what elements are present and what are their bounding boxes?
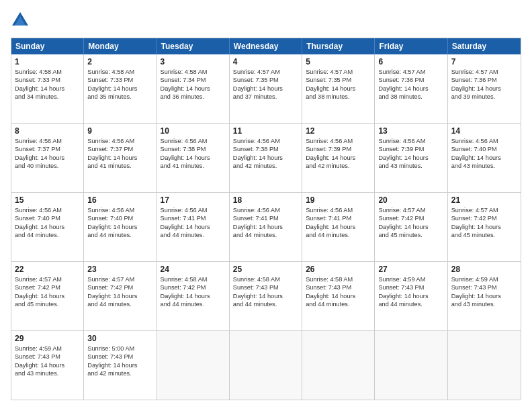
cal-cell-0-0: 1Sunrise: 4:58 AMSunset: 7:33 PMDaylight… bbox=[11, 54, 84, 123]
day-number: 9 bbox=[87, 126, 152, 136]
cell-info-line: and 44 minutes. bbox=[306, 231, 371, 239]
day-number: 3 bbox=[161, 57, 226, 66]
day-number: 7 bbox=[451, 57, 517, 66]
calendar-body: 1Sunrise: 4:58 AMSunset: 7:33 PMDaylight… bbox=[11, 54, 521, 400]
cal-cell-0-4: 5Sunrise: 4:57 AMSunset: 7:35 PMDaylight… bbox=[302, 54, 375, 123]
cal-cell-0-1: 2Sunrise: 4:58 AMSunset: 7:33 PMDaylight… bbox=[84, 54, 157, 123]
cell-info-line: Sunset: 7:35 PM bbox=[233, 76, 298, 84]
cell-info-line: Sunrise: 4:56 AM bbox=[87, 137, 152, 145]
cell-info-line: Daylight: 14 hours bbox=[161, 292, 226, 300]
day-number: 22 bbox=[15, 265, 80, 274]
cell-info-line: and 44 minutes. bbox=[233, 231, 298, 239]
cal-cell-3-1: 23Sunrise: 4:57 AMSunset: 7:42 PMDayligh… bbox=[84, 262, 157, 330]
cell-info-line: Daylight: 14 hours bbox=[378, 85, 443, 93]
cell-info-line: Daylight: 14 hours bbox=[161, 154, 226, 162]
day-number: 30 bbox=[87, 334, 152, 343]
cell-info-line: and 41 minutes. bbox=[87, 162, 152, 170]
cell-info-line: Daylight: 14 hours bbox=[87, 223, 152, 231]
cell-info-line: Daylight: 14 hours bbox=[233, 292, 298, 300]
cal-cell-4-1: 30Sunrise: 5:00 AMSunset: 7:43 PMDayligh… bbox=[84, 331, 157, 400]
cell-info-line: Daylight: 14 hours bbox=[378, 154, 443, 162]
day-number: 14 bbox=[451, 126, 517, 136]
cell-info-line: Sunset: 7:42 PM bbox=[378, 214, 443, 222]
cell-info-line: and 41 minutes. bbox=[161, 162, 226, 170]
cell-info-line: Sunset: 7:38 PM bbox=[161, 145, 226, 153]
day-number: 24 bbox=[161, 265, 226, 274]
cell-info-line: and 45 minutes. bbox=[378, 231, 443, 239]
week-row-2: 8Sunrise: 4:56 AMSunset: 7:37 PMDaylight… bbox=[11, 123, 521, 192]
cell-info-line: Sunset: 7:37 PM bbox=[15, 145, 80, 153]
cal-cell-0-6: 7Sunrise: 4:57 AMSunset: 7:36 PMDaylight… bbox=[448, 54, 521, 123]
cell-info-line: Daylight: 14 hours bbox=[451, 292, 517, 300]
cell-info-line: Sunset: 7:40 PM bbox=[451, 145, 517, 153]
cell-info-line: Sunset: 7:33 PM bbox=[87, 76, 152, 84]
cell-info-line: and 37 minutes. bbox=[233, 93, 298, 101]
cal-cell-4-2 bbox=[157, 331, 230, 400]
cell-info-line: Sunset: 7:34 PM bbox=[161, 76, 226, 84]
cell-info-line: and 44 minutes. bbox=[233, 300, 298, 308]
cell-info-line: and 42 minutes. bbox=[87, 369, 152, 377]
day-number: 19 bbox=[306, 195, 371, 205]
cal-cell-3-6: 28Sunrise: 4:59 AMSunset: 7:43 PMDayligh… bbox=[448, 262, 521, 330]
cell-info-line: Sunrise: 4:59 AM bbox=[15, 345, 80, 353]
cell-info-line: Sunset: 7:42 PM bbox=[87, 283, 152, 291]
cell-info-line: Daylight: 14 hours bbox=[87, 292, 152, 300]
cell-info-line: Sunset: 7:33 PM bbox=[15, 76, 80, 84]
header bbox=[11, 11, 521, 30]
logo bbox=[11, 11, 32, 30]
cell-info-line: and 43 minutes. bbox=[451, 162, 517, 170]
cell-info-line: Daylight: 14 hours bbox=[306, 154, 371, 162]
cell-info-line: Sunset: 7:43 PM bbox=[306, 283, 371, 291]
day-number: 13 bbox=[378, 126, 443, 136]
cell-info-line: Sunset: 7:43 PM bbox=[15, 353, 80, 361]
day-number: 17 bbox=[161, 195, 226, 205]
cell-info-line: Sunset: 7:41 PM bbox=[233, 214, 298, 222]
cell-info-line: Daylight: 14 hours bbox=[306, 85, 371, 93]
cal-cell-0-3: 4Sunrise: 4:57 AMSunset: 7:35 PMDaylight… bbox=[230, 54, 302, 123]
day-number: 12 bbox=[306, 126, 371, 136]
cal-cell-1-6: 14Sunrise: 4:56 AMSunset: 7:40 PMDayligh… bbox=[448, 124, 521, 192]
cell-info-line: Sunset: 7:43 PM bbox=[451, 283, 517, 291]
cell-info-line: Sunset: 7:40 PM bbox=[15, 214, 80, 222]
cell-info-line: Daylight: 14 hours bbox=[87, 361, 152, 369]
day-number: 10 bbox=[161, 126, 226, 136]
cell-info-line: Daylight: 14 hours bbox=[306, 292, 371, 300]
day-number: 25 bbox=[233, 265, 298, 274]
logo-icon bbox=[11, 11, 30, 30]
cell-info-line: Sunrise: 4:56 AM bbox=[15, 137, 80, 145]
cell-info-line: Sunrise: 4:58 AM bbox=[306, 275, 371, 283]
cell-info-line: Daylight: 14 hours bbox=[451, 223, 517, 231]
cell-info-line: Sunrise: 4:57 AM bbox=[378, 68, 443, 76]
cell-info-line: Daylight: 14 hours bbox=[233, 223, 298, 231]
cell-info-line: Sunrise: 4:59 AM bbox=[378, 275, 443, 283]
cell-info-line: and 44 minutes. bbox=[15, 231, 80, 239]
day-number: 6 bbox=[378, 57, 443, 66]
cell-info-line: Sunrise: 4:58 AM bbox=[161, 68, 226, 76]
cell-info-line: and 44 minutes. bbox=[161, 300, 226, 308]
cell-info-line: and 36 minutes. bbox=[161, 93, 226, 101]
header-monday: Monday bbox=[84, 38, 157, 54]
calendar-header-row: Sunday Monday Tuesday Wednesday Thursday… bbox=[11, 38, 521, 54]
cell-info-line: Sunrise: 4:57 AM bbox=[451, 68, 517, 76]
cell-info-line: and 43 minutes. bbox=[451, 300, 517, 308]
cell-info-line: Sunrise: 4:56 AM bbox=[233, 206, 298, 214]
cal-cell-4-0: 29Sunrise: 4:59 AMSunset: 7:43 PMDayligh… bbox=[11, 331, 84, 400]
cell-info-line: Sunset: 7:43 PM bbox=[87, 353, 152, 361]
cal-cell-1-3: 11Sunrise: 4:56 AMSunset: 7:38 PMDayligh… bbox=[230, 124, 302, 192]
cal-cell-4-4 bbox=[302, 331, 375, 400]
cal-cell-3-3: 25Sunrise: 4:58 AMSunset: 7:43 PMDayligh… bbox=[230, 262, 302, 330]
cell-info-line: Sunrise: 4:56 AM bbox=[161, 137, 226, 145]
cell-info-line: Sunrise: 4:57 AM bbox=[306, 68, 371, 76]
cell-info-line: Sunset: 7:37 PM bbox=[87, 145, 152, 153]
cell-info-line: Daylight: 14 hours bbox=[233, 154, 298, 162]
cell-info-line: and 44 minutes. bbox=[87, 231, 152, 239]
cell-info-line: Daylight: 14 hours bbox=[15, 361, 80, 369]
cell-info-line: Daylight: 14 hours bbox=[161, 223, 226, 231]
cal-cell-4-5 bbox=[375, 331, 447, 400]
cell-info-line: Sunrise: 4:56 AM bbox=[451, 137, 517, 145]
day-number: 29 bbox=[15, 334, 80, 343]
day-number: 4 bbox=[233, 57, 298, 66]
cell-info-line: Sunrise: 4:56 AM bbox=[15, 206, 80, 214]
day-number: 28 bbox=[451, 265, 517, 274]
cell-info-line: Daylight: 14 hours bbox=[378, 223, 443, 231]
